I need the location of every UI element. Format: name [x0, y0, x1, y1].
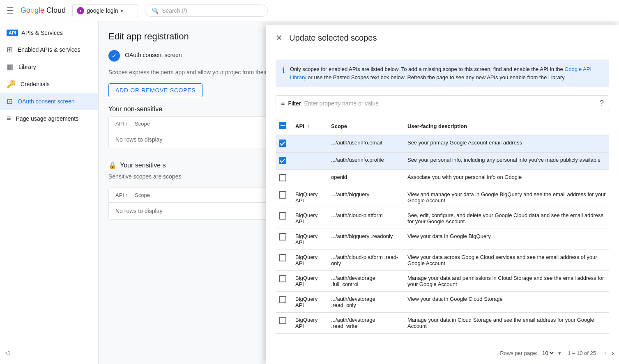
- hamburger-icon[interactable]: ☰: [7, 6, 14, 16]
- row-scope: .../auth/devstorage .full_control: [328, 271, 404, 292]
- help-icon[interactable]: ?: [600, 99, 604, 108]
- row-checkbox-cell: [276, 271, 292, 292]
- info-icon: ℹ: [282, 65, 285, 81]
- table-row: .../auth/userinfo.emailSee your primary …: [276, 135, 609, 153]
- row-scope: .../auth/devstorage .read_write: [328, 313, 404, 334]
- sidebar-label-page-usage: Page usage agreements: [16, 115, 79, 122]
- row-checkbox[interactable]: [279, 212, 286, 220]
- row-api: BigQuery API: [292, 313, 328, 334]
- row-checkbox-cell: [276, 208, 292, 229]
- sidebar-item-library[interactable]: ▦ Library: [0, 58, 98, 76]
- sidebar-header: API APIs & Services: [0, 25, 98, 41]
- sidebar-item-enabled[interactable]: ⊞ Enabled APIs & services: [0, 41, 98, 58]
- filter-bar: ≡ Filter ?: [276, 95, 609, 111]
- row-scope: .../auth/userinfo.profile: [328, 153, 404, 170]
- scope-table: API ↑ Scope User-facing description: [276, 118, 609, 334]
- project-icon: ●: [77, 7, 84, 14]
- rows-per-page-select[interactable]: 10 25 50: [541, 350, 555, 357]
- row-checkbox[interactable]: [279, 191, 286, 199]
- lock-icon: 🔒: [108, 161, 117, 169]
- select-all-checkbox[interactable]: [279, 122, 286, 129]
- row-checkbox[interactable]: [279, 275, 286, 282]
- row-description: View and manage your data in Google BigQ…: [404, 187, 609, 208]
- modal-header: ✕ Update selected scopes: [266, 25, 619, 51]
- row-description: See your personal info, including any pe…: [404, 153, 609, 170]
- table-row: BigQuery API.../auth/cloud-platform .rea…: [276, 250, 609, 271]
- search-icon: 🔍: [152, 7, 159, 14]
- row-api: BigQuery API: [292, 250, 328, 271]
- dropdown-icon: ▾: [120, 7, 123, 14]
- row-description: View your data in Google Cloud Storage: [404, 292, 609, 313]
- next-page-button[interactable]: ›: [610, 347, 616, 359]
- row-checkbox[interactable]: [279, 174, 286, 181]
- header-checkbox-col: [276, 118, 292, 135]
- info-banner: ℹ Only scopes for enabled APIs are liste…: [276, 60, 609, 87]
- row-checkbox-cell: [276, 153, 292, 170]
- row-description: View your data in Google BigQuery: [404, 229, 609, 250]
- prev-page-button[interactable]: ‹: [603, 347, 608, 359]
- project-name: google-login: [87, 7, 118, 14]
- rows-per-page-label: Rows per page:: [500, 350, 537, 356]
- modal-close-button[interactable]: ✕: [276, 33, 283, 43]
- table-row: BigQuery API.../auth/cloud-platformSee, …: [276, 208, 609, 229]
- filter-label: Filter: [288, 100, 301, 107]
- update-scopes-modal: ✕ Update selected scopes ℹ Only scopes f…: [266, 25, 619, 364]
- row-checkbox[interactable]: [279, 254, 286, 261]
- library-icon: ▦: [7, 62, 14, 71]
- filter-input[interactable]: [304, 100, 596, 107]
- sidebar-title: APIs & Services: [21, 30, 62, 36]
- modal-title: Update selected scopes: [289, 33, 377, 43]
- sidebar-item-oauth[interactable]: ⊡ OAuth consent screen: [0, 93, 98, 110]
- main-layout: API APIs & Services ⊞ Enabled APIs & ser…: [0, 21, 619, 364]
- collapse-sidebar-button[interactable]: ◁: [5, 349, 9, 356]
- row-description: See, edit, configure, and delete your Go…: [404, 208, 609, 229]
- row-checkbox[interactable]: [279, 233, 286, 240]
- ns-col-api: API ↑: [115, 121, 128, 127]
- row-scope: .../auth/userinfo.email: [328, 135, 404, 153]
- s-col-api: API ↑: [115, 192, 128, 198]
- table-header-row: API ↑ Scope User-facing description: [276, 118, 609, 135]
- sidebar-item-page-usage[interactable]: ≡ Page usage agreements: [0, 110, 98, 127]
- dropdown-arrow: ▾: [558, 350, 561, 356]
- sidebar-label-library: Library: [18, 64, 36, 70]
- step-label: OAuth consent screen: [125, 50, 182, 58]
- pagination: Rows per page: 10 25 50 ▾ 1 – 10 of 25 ‹…: [266, 342, 619, 364]
- table-row: BigQuery API.../auth/bigqueryView and ma…: [276, 187, 609, 208]
- s-col-scope: Scope: [135, 192, 150, 198]
- api-sort-arrow: ↑: [307, 124, 310, 129]
- rows-per-page: Rows per page: 10 25 50 ▾: [500, 350, 561, 357]
- add-scopes-button[interactable]: ADD OR REMOVE SCOPES: [108, 83, 202, 97]
- row-api: [292, 135, 328, 153]
- row-checkbox-cell: [276, 250, 292, 271]
- row-api: BigQuery API: [292, 229, 328, 250]
- project-selector[interactable]: ● google-login ▾: [72, 4, 138, 17]
- sidebar-label-oauth: OAuth consent screen: [18, 98, 75, 105]
- row-checkbox-cell: [276, 292, 292, 313]
- content-area: Edit app registration ✓ OAuth consent sc…: [99, 21, 619, 364]
- search-bar[interactable]: 🔍 Search (/): [145, 5, 268, 17]
- row-checkbox[interactable]: [279, 157, 286, 164]
- oauth-icon: ⊡: [7, 97, 13, 106]
- row-checkbox-cell: [276, 170, 292, 187]
- google-api-library-link[interactable]: Google API Library: [290, 66, 591, 80]
- row-scope: .../auth/devstorage .read_only: [328, 292, 404, 313]
- row-api: BigQuery API: [292, 271, 328, 292]
- row-checkbox[interactable]: [279, 317, 286, 324]
- enabled-icon: ⊞: [7, 45, 13, 54]
- header-api-col[interactable]: API ↑: [292, 118, 328, 135]
- modal-body: ℹ Only scopes for enabled APIs are liste…: [266, 51, 619, 342]
- header-scope-col: Scope: [328, 118, 404, 135]
- row-checkbox[interactable]: [279, 140, 286, 147]
- row-description: See your primary Google Account email ad…: [404, 135, 609, 153]
- row-description: Associate you with your personal info on…: [404, 170, 609, 187]
- row-scope: .../auth/cloud-platform .read-only: [328, 250, 404, 271]
- row-scope: .../auth/bigquery: [328, 187, 404, 208]
- row-api: BigQuery API: [292, 292, 328, 313]
- page-usage-icon: ≡: [7, 114, 11, 123]
- info-text: Only scopes for enabled APIs are listed …: [290, 65, 603, 81]
- row-checkbox-cell: [276, 229, 292, 250]
- row-checkbox[interactable]: [279, 296, 286, 303]
- sidebar-item-credentials[interactable]: 🔑 Credentials: [0, 76, 98, 93]
- sidebar-label-credentials: Credentials: [21, 81, 50, 87]
- table-row: .../auth/userinfo.profileSee your person…: [276, 153, 609, 170]
